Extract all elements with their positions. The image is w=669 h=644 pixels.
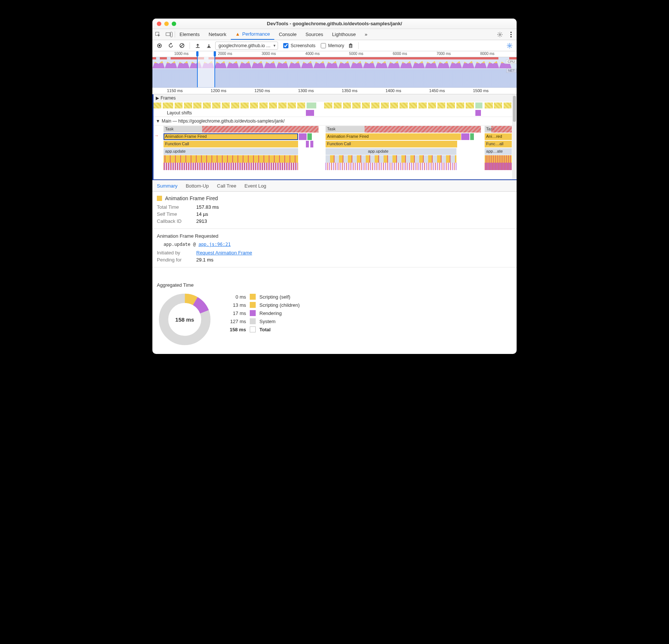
overview-selection[interactable]: [197, 51, 215, 87]
tab-bottom-up[interactable]: Bottom-Up: [186, 183, 209, 189]
kv-key: Initiated by: [157, 250, 191, 256]
source-link[interactable]: app.js:96:21: [198, 242, 231, 247]
task-bar[interactable]: Task: [326, 126, 481, 133]
detail-ruler[interactable]: 1150 ms 1200 ms 1250 ms 1300 ms 1350 ms …: [152, 88, 517, 94]
paint-bar[interactable]: [470, 133, 474, 140]
svg-line-10: [180, 44, 183, 47]
summary-pane: Animation Frame Fired Total Time157.83 m…: [152, 192, 517, 276]
bar-label: app…ate: [486, 149, 503, 153]
window-titlebar[interactable]: DevTools - googlechrome.github.io/devtoo…: [152, 19, 517, 29]
tab-console[interactable]: Console: [274, 29, 301, 40]
legend-swatch: [250, 302, 256, 308]
tab-label: Console: [279, 32, 297, 37]
device-toolbar-icon[interactable]: [164, 29, 175, 40]
svg-point-12: [509, 45, 510, 46]
kebab-menu-icon[interactable]: [505, 29, 517, 40]
kv-key: Callback ID: [157, 218, 191, 224]
tab-label: Summary: [157, 183, 178, 189]
afr-header: Animation Frame Requested: [157, 233, 512, 239]
layout-bar[interactable]: [299, 133, 307, 140]
function-call-bar[interactable]: Func…all: [485, 141, 512, 147]
frames-strip: [153, 102, 517, 109]
flamechart-area[interactable]: ▶Frames Layout shifts ▼ Main — https://g…: [152, 94, 517, 180]
panel-tabs: Elements Network ▲ Performance Console S…: [152, 29, 517, 40]
tab-label: Lighthouse: [332, 32, 356, 37]
frames-label: Frames: [161, 95, 176, 101]
micro-bar[interactable]: [310, 141, 313, 147]
minimize-window-button[interactable]: [164, 22, 169, 26]
tab-summary[interactable]: Summary: [157, 183, 178, 189]
screenshots-input[interactable]: [283, 43, 288, 48]
tab-network[interactable]: Network: [204, 29, 231, 40]
app-update-bar[interactable]: app.update: [326, 148, 456, 155]
task-bar[interactable]: Task: [164, 126, 318, 133]
animation-frame-fired-bar-selected[interactable]: Animation Frame Fired: [164, 133, 298, 140]
app-update-bar[interactable]: app…ate: [485, 148, 512, 155]
tab-lighthouse[interactable]: Lighthouse: [328, 29, 361, 40]
legend-swatch: [250, 294, 256, 300]
donut-center-label: 158 ms: [157, 292, 213, 347]
tab-label: Elements: [180, 32, 200, 37]
tab-event-log[interactable]: Event Log: [245, 183, 266, 189]
profile-selector[interactable]: googlechrome.github.io … ▼: [215, 42, 278, 50]
download-profile-button[interactable]: [204, 41, 214, 51]
aggregated-donut-chart: 158 ms: [157, 292, 213, 347]
bar-label: Task: [327, 127, 336, 131]
clear-button[interactable]: [177, 41, 187, 51]
ruler-tick: 1400 ms: [385, 88, 401, 93]
close-window-button[interactable]: [157, 22, 161, 26]
tab-performance[interactable]: ▲ Performance: [231, 29, 274, 40]
zoom-window-button[interactable]: [172, 22, 176, 26]
legend-row: 0 msScripting (self): [224, 294, 300, 300]
screenshots-checkbox[interactable]: Screenshots: [283, 43, 316, 48]
bar-label: Animation Frame Fired: [327, 134, 369, 139]
chevrons-icon: »: [365, 32, 367, 37]
layout-bar[interactable]: [461, 133, 469, 140]
main-thread-header[interactable]: ▼ Main — https://googlechrome.github.io/…: [153, 117, 517, 125]
kv-key: Total Time: [157, 204, 191, 210]
bar-label: Function Call: [327, 142, 351, 146]
legend-label: Scripting (children): [259, 302, 300, 308]
capture-settings-gear-icon[interactable]: [505, 41, 514, 51]
bar-label: Task: [165, 127, 174, 131]
upload-profile-button[interactable]: [193, 41, 203, 51]
legend-label: Scripting (self): [259, 294, 290, 300]
bar-label: Animation Frame Fired: [165, 134, 207, 139]
tab-call-tree[interactable]: Call Tree: [217, 183, 236, 189]
event-color-swatch: [157, 196, 162, 201]
ruler-tick: 1450 ms: [429, 88, 445, 93]
main-label: Main — https://googlechrome.github.io/de…: [162, 118, 285, 124]
legend-label: System: [259, 319, 275, 324]
overview-timeline[interactable]: 1000 ms 2000 ms 3000 ms 4000 ms 5000 ms …: [152, 51, 517, 88]
bar-label: app.update: [165, 149, 185, 153]
function-call-bar[interactable]: Function Call: [326, 141, 457, 147]
animation-frame-fired-bar[interactable]: Ani…red: [485, 133, 512, 140]
reload-record-button[interactable]: [166, 41, 175, 51]
function-call-bar[interactable]: Function Call: [164, 141, 298, 147]
more-tabs-button[interactable]: »: [360, 29, 372, 40]
task-bar[interactable]: Task: [485, 126, 512, 133]
app-update-bar[interactable]: app.update: [164, 148, 298, 155]
svg-point-8: [159, 45, 161, 46]
gc-button[interactable]: [346, 41, 355, 51]
flame-detail-row: [153, 155, 517, 163]
ruler-tick: 7000 ms: [436, 52, 450, 56]
animation-frame-fired-bar[interactable]: Animation Frame Fired: [326, 133, 460, 140]
collapse-icon: ▼: [156, 118, 160, 124]
kv-value: 14 µs: [196, 211, 208, 217]
selection-handle-left[interactable]: [196, 51, 198, 56]
selection-handle-right[interactable]: [214, 51, 216, 56]
tab-elements[interactable]: Elements: [175, 29, 204, 40]
memory-checkbox[interactable]: Memory: [321, 43, 344, 48]
inspect-element-icon[interactable]: [152, 29, 164, 40]
memory-input[interactable]: [321, 43, 326, 48]
record-button[interactable]: [155, 41, 164, 51]
tab-sources[interactable]: Sources: [301, 29, 328, 40]
initiator-link[interactable]: Request Animation Frame: [196, 250, 252, 256]
settings-gear-icon[interactable]: [494, 29, 505, 40]
paint-bar[interactable]: [307, 133, 312, 140]
micro-bar[interactable]: [306, 141, 309, 147]
tab-label: Sources: [306, 32, 323, 37]
flame-detail-row: [153, 163, 517, 170]
frames-track-header[interactable]: ▶Frames: [153, 94, 517, 102]
